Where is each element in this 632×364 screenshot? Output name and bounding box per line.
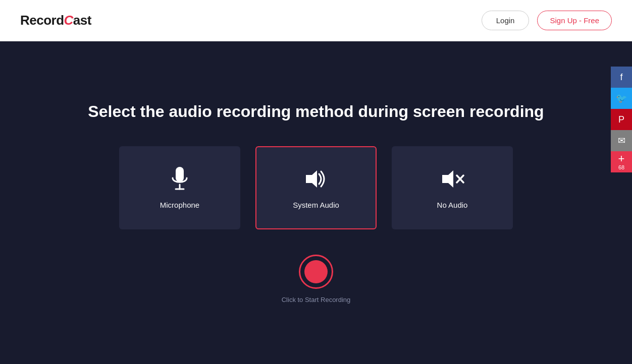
system-audio-label: System Audio [293, 201, 339, 209]
svg-rect-0 [176, 167, 184, 182]
login-button[interactable]: Login [482, 11, 530, 30]
page-title: Select the audio recording method during… [88, 102, 544, 121]
logo-record: Record [20, 13, 64, 28]
twitter-icon: 🐦 [616, 93, 627, 104]
logo-c-letter: C [64, 13, 73, 28]
more-count: 68 [618, 165, 624, 170]
email-share-button[interactable]: ✉ [611, 130, 632, 151]
record-area: Click to Start Recording [282, 255, 351, 304]
record-button-inner [304, 260, 328, 283]
record-button[interactable] [299, 255, 333, 289]
audio-options: Microphone System Audio No [119, 146, 513, 229]
microphone-label: Microphone [160, 201, 199, 209]
mute-icon [440, 166, 465, 192]
speaker-icon [303, 166, 329, 192]
pinterest-icon: P [618, 114, 624, 125]
facebook-share-button[interactable]: f [611, 67, 632, 88]
header: RecordCast Login Sign Up - Free [0, 0, 632, 41]
logo: RecordCast [20, 13, 91, 28]
audio-option-system-audio[interactable]: System Audio [255, 146, 377, 229]
signup-button[interactable]: Sign Up - Free [537, 11, 612, 30]
email-icon: ✉ [618, 135, 625, 146]
facebook-icon: f [620, 72, 622, 83]
logo-cast: ast [73, 13, 91, 28]
svg-marker-4 [442, 170, 453, 188]
record-label: Click to Start Recording [282, 296, 351, 304]
social-sidebar: f 🐦 P ✉ + 68 [611, 67, 632, 172]
audio-option-no-audio[interactable]: No Audio [392, 146, 513, 229]
microphone-icon [167, 166, 192, 192]
twitter-share-button[interactable]: 🐦 [611, 88, 632, 109]
svg-marker-3 [306, 170, 317, 188]
no-audio-label: No Audio [437, 201, 468, 209]
header-buttons: Login Sign Up - Free [482, 11, 612, 30]
main-content: Select the audio recording method during… [0, 41, 632, 364]
pinterest-share-button[interactable]: P [611, 109, 632, 130]
more-icon: + [618, 153, 625, 164]
audio-option-microphone[interactable]: Microphone [119, 146, 240, 229]
more-share-button[interactable]: + 68 [611, 151, 632, 172]
